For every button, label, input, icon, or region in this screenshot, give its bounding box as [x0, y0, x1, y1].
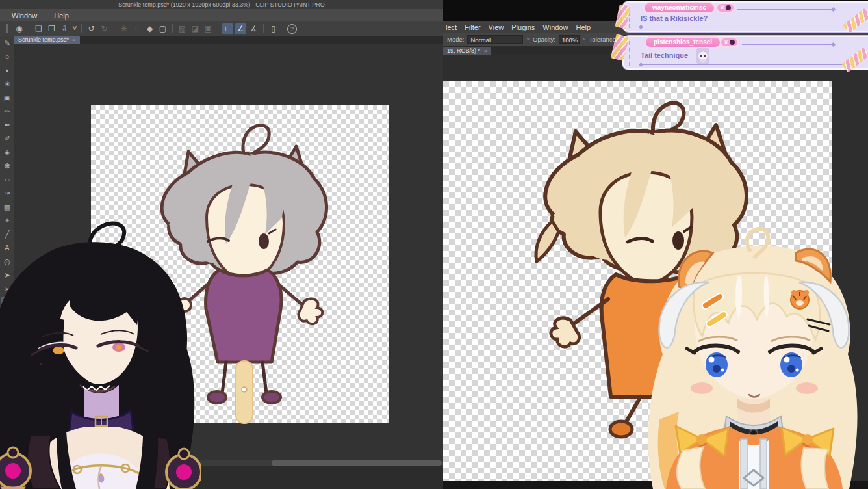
chevron-down-icon[interactable]: ˅ — [526, 36, 530, 42]
mode-dropdown[interactable]: Normal — [467, 35, 523, 44]
help-icon[interactable]: ? — [287, 24, 297, 34]
crop-icon[interactable]: ▢ — [157, 23, 168, 34]
document-tabbar: Scrunkle temp.psd* × — [14, 36, 443, 44]
sub-badge-icon: ♛ — [724, 40, 728, 45]
tab-close-icon[interactable]: × — [73, 36, 76, 44]
selection-icon[interactable]: ▧ — [177, 23, 188, 34]
fill-bucket-icon[interactable]: ◗ — [1, 64, 13, 76]
sub-badge-icon: ♛ — [720, 5, 724, 10]
redo-icon[interactable]: ↻ — [99, 23, 110, 34]
menu-help[interactable]: Help — [576, 23, 591, 31]
airbrush-icon[interactable]: ◈ — [1, 146, 13, 158]
snap-ruler-icon[interactable]: ∟ — [222, 23, 233, 34]
menu-window[interactable]: Window — [542, 23, 568, 31]
channel-badge-icon — [726, 5, 731, 10]
reference-icon[interactable]: ◌ — [131, 23, 142, 34]
document-tab-label: Scrunkle temp.psd* — [18, 36, 69, 44]
undo-icon[interactable]: ↺ — [86, 23, 97, 34]
bubble-decor-line — [737, 9, 832, 10]
vtuber-avatar-left — [0, 215, 201, 489]
channel-badge-icon — [730, 40, 735, 45]
chat-username[interactable]: wayneomaticmsc — [643, 2, 715, 14]
eraser-icon[interactable]: ◆ — [144, 23, 155, 34]
chat-message-text: IS that a Rikisickle? — [641, 14, 708, 22]
command-toolbar: ◉ ❏ ❐ ⇩ ˅ ↺ ↻ ✳ ◌ ◆ ▢ ▧ ◪ ▣ ∟ ∠ ∡ ▯ ? — [0, 21, 443, 36]
toolbar-grip[interactable] — [6, 24, 8, 33]
menu-view[interactable]: View — [489, 23, 504, 31]
csp-logo-icon: ◉ — [14, 23, 25, 34]
lasso-icon[interactable]: ○ — [1, 51, 13, 62]
filter-sparkle-icon[interactable]: ✳ — [118, 23, 129, 34]
document-tab-label: 19, RGB/8) * — [447, 47, 480, 55]
eraser-tool-icon[interactable]: ▱ — [1, 174, 13, 185]
menu-window[interactable]: Window — [12, 12, 37, 20]
stylus-pen-icon[interactable]: ✎ — [1, 37, 13, 49]
snap-grid-icon[interactable]: ∡ — [248, 23, 259, 34]
stream-capture: Scrunkle temp.psd* (1920 x 1920px 600dpi… — [0, 0, 868, 489]
frame-border-icon[interactable]: ▦ — [1, 201, 13, 213]
tolerance-label: Tolerance: — [589, 36, 618, 43]
spray-icon[interactable]: ❋ — [1, 160, 13, 172]
invert-selection-icon[interactable]: ◪ — [190, 23, 201, 34]
vtuber-avatar-right — [640, 224, 868, 489]
pen-nib-icon[interactable]: ✒ — [1, 119, 13, 131]
menu-plugins[interactable]: Plugins — [511, 23, 535, 31]
bubble-decor-line — [642, 27, 858, 27]
chat-badge: ♛ — [716, 3, 735, 13]
bubble-decor-diamond — [831, 42, 836, 47]
menu-help[interactable]: Help — [54, 12, 69, 20]
pencil-icon[interactable]: ✏ — [1, 105, 13, 117]
bubble-decor-diamond — [831, 7, 836, 12]
chat-badge: ♛ — [720, 37, 739, 47]
document-tab[interactable]: 19, RGB/8) * × — [443, 47, 491, 55]
bubble-decor-diamond — [639, 25, 643, 29]
save-export-icon[interactable]: ⇩ — [59, 23, 70, 34]
bubble-decor-line — [629, 41, 630, 66]
snap-special-ruler-icon[interactable]: ∠ — [235, 23, 246, 34]
chevron-down-icon[interactable]: ˅ — [583, 36, 586, 42]
gradient-icon[interactable]: ▣ — [1, 92, 13, 103]
brush-icon[interactable]: ✐ — [1, 133, 13, 144]
deselect-icon[interactable]: ▣ — [203, 23, 214, 34]
chat-username[interactable]: pistenshios_tensei — [645, 36, 721, 48]
cat-emote — [696, 48, 709, 64]
bubble-decor-diamond — [639, 62, 643, 67]
chat-message-text: Tail technique — [641, 51, 688, 59]
scrollbar-thumb[interactable] — [272, 460, 442, 466]
menu-select[interactable]: lect — [446, 23, 457, 31]
window-titlebar: Scrunkle temp.psd* (1920 x 1920px 600dpi… — [0, 0, 443, 9]
opacity-label: Opacity: — [533, 36, 555, 43]
opacity-field[interactable]: 100% — [559, 35, 580, 44]
new-canvas-icon[interactable]: ❏ — [33, 23, 44, 34]
tab-close-icon[interactable]: × — [484, 47, 487, 55]
tablet-icon[interactable]: ▯ — [268, 23, 279, 34]
open-file-icon[interactable]: ❐ — [46, 23, 57, 34]
blend-icon[interactable]: ✑ — [1, 187, 13, 199]
mode-label: Mode: — [447, 36, 464, 43]
menu-bar: Window Help — [0, 9, 443, 21]
decoration-star-icon[interactable]: ✳ — [1, 78, 13, 90]
save-caret-icon[interactable]: ˅ — [72, 23, 77, 34]
menu-filter[interactable]: Filter — [465, 23, 480, 31]
document-tab[interactable]: Scrunkle temp.psd* × — [14, 36, 80, 44]
bubble-decor-line — [742, 44, 832, 45]
bubble-decor-line — [642, 64, 858, 65]
